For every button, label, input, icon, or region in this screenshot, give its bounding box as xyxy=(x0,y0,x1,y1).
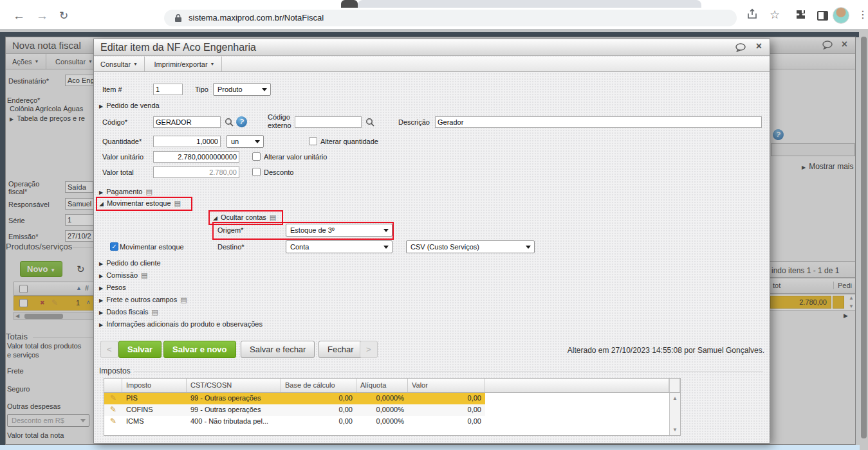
browser-chrome: ← → ↻ sistema.maxiprod.com.br/NotaFiscal… xyxy=(0,0,868,29)
browser-mini-tab[interactable] xyxy=(341,0,358,8)
col-scroll xyxy=(669,379,680,392)
toggle-movimentar-estoque[interactable]: ◢Movimentar estoque▤ xyxy=(99,199,181,208)
toggle-informacoes-adicionais[interactable]: ▶Informações adicionais do produto e obs… xyxy=(99,320,263,328)
cell-base: 0,00 xyxy=(281,404,356,416)
valor-unitario-label: Valor unitário xyxy=(102,153,143,161)
descricao-label: Descrição xyxy=(398,118,430,126)
salvar-e-novo-button[interactable]: Salvar e novo xyxy=(163,341,236,358)
valor-unitario-input[interactable]: 2.780,0000000000 xyxy=(153,151,239,163)
item-num-input[interactable]: 1 xyxy=(153,84,183,95)
cell-valor: 0,00 xyxy=(408,393,485,404)
toggle-frete-outros[interactable]: ▶Frete e outros campos▤ xyxy=(99,296,187,304)
quantidade-input[interactable]: 1,0000 xyxy=(153,136,221,147)
pencil-icon[interactable]: ✎ xyxy=(104,404,122,416)
divider xyxy=(134,372,763,372)
col-aliquota[interactable]: Alíquota xyxy=(356,379,408,392)
alterar-quantidade-checkbox[interactable] xyxy=(309,137,317,145)
dialog-title: Editar item da NF Aco Engenharia xyxy=(100,42,256,53)
extensions-puzzle-icon[interactable] xyxy=(795,9,806,22)
cell-filler xyxy=(485,393,680,404)
toggle-dados-fiscais[interactable]: ▶Dados fiscais▤ xyxy=(99,308,158,316)
chevron-down-icon xyxy=(526,246,531,249)
codigo-label: Código* xyxy=(102,118,127,126)
collapsed-arrow-icon: ▶ xyxy=(99,298,103,303)
cell-base: 0,00 xyxy=(281,416,356,428)
side-panel-icon[interactable] xyxy=(817,11,828,21)
toggle-comissao[interactable]: ▶Comissão▤ xyxy=(99,271,147,280)
pencil-icon[interactable]: ✎ xyxy=(104,416,122,428)
cell-valor: 0,00 xyxy=(408,404,485,416)
toggle-pedido-cliente[interactable]: ▶Pedido do cliente xyxy=(99,259,161,267)
collapsed-arrow-icon: ▶ xyxy=(99,190,103,195)
scroll-down-icon[interactable]: ▼ xyxy=(670,427,680,433)
search-icon[interactable] xyxy=(225,118,234,129)
table-row-icms[interactable]: ✎ ICMS 400 - Não tributada pel... 0,00 0… xyxy=(104,416,680,428)
pencil-icon[interactable]: ✎ xyxy=(104,393,122,404)
address-bar[interactable]: sistema.maxiprod.com.br/NotaFiscal xyxy=(164,10,737,26)
impostos-legend: Impostos xyxy=(99,366,131,375)
product-help-icon[interactable]: ? xyxy=(235,115,248,129)
browser-tab[interactable] xyxy=(358,0,701,8)
salvar-e-fechar-button[interactable]: Salvar e fechar xyxy=(241,341,315,358)
salvar-button[interactable]: Salvar xyxy=(118,341,162,358)
col-valor[interactable]: Valor xyxy=(408,379,485,392)
tipo-select[interactable]: Produto xyxy=(213,83,271,96)
audit-text: Alterado em 27/10/2023 14:55:08 por Samu… xyxy=(568,346,764,355)
menu-imprimir-exportar[interactable]: Imprimir/exportar▼ xyxy=(147,57,221,71)
desconto-label: Desconto xyxy=(264,168,293,176)
cell-aliquota: 0,0000% xyxy=(356,393,408,404)
codigo-externo-input[interactable] xyxy=(295,116,362,128)
codigo-externo-label: Código xyxy=(268,113,290,121)
destino-select[interactable]: Conta xyxy=(286,240,392,253)
valor-total-label: Valor total xyxy=(102,168,134,176)
descricao-input[interactable]: Gerador xyxy=(435,116,762,128)
alterar-valor-unitario-label: Alterar valor unitário xyxy=(264,153,327,161)
alterar-valor-unitario-checkbox[interactable] xyxy=(252,152,261,161)
note-icon: ▤ xyxy=(141,271,147,279)
close-icon[interactable]: × xyxy=(756,40,762,52)
col-base[interactable]: Base de cálculo xyxy=(281,379,356,392)
toggle-pesos[interactable]: ▶Pesos xyxy=(99,284,126,291)
col-imposto[interactable]: Imposto xyxy=(122,379,187,392)
conta-select[interactable]: CSV (Custo Serviços) xyxy=(406,240,535,253)
next-item-button: > xyxy=(360,341,378,358)
movimentar-estoque-checkbox[interactable]: ✓ xyxy=(110,242,118,251)
back-icon[interactable]: ← xyxy=(13,9,25,23)
collapsed-arrow-icon: ▶ xyxy=(99,273,103,279)
note-icon: ▤ xyxy=(174,199,181,207)
fechar-button[interactable]: Fechar xyxy=(319,341,362,358)
menu-consultar[interactable]: Consultar▼ xyxy=(94,57,145,71)
menu-kebab-icon[interactable]: ⋮ xyxy=(858,8,868,21)
table-row-pis[interactable]: ✎ PIS 99 - Outras operações 0,00 0,0000%… xyxy=(104,393,680,404)
toggle-pedido-venda[interactable]: ▶Pedido de venda xyxy=(99,102,160,109)
collapsed-arrow-icon: ▶ xyxy=(99,104,103,109)
unidade-select[interactable]: un xyxy=(226,135,264,148)
origem-select[interactable]: Estoque de 3º xyxy=(286,224,392,237)
collapsed-arrow-icon: ▶ xyxy=(99,310,103,316)
comments-bubble-icon[interactable] xyxy=(735,43,746,55)
desconto-checkbox[interactable] xyxy=(252,168,261,176)
reload-icon[interactable]: ↻ xyxy=(59,9,68,22)
cell-base: 0,00 xyxy=(281,393,356,404)
impostos-vscrollbar[interactable]: ▲ ▼ xyxy=(669,393,680,435)
toggle-ocultar-contas[interactable]: ◢Ocultar contas▤ xyxy=(213,213,276,222)
col-cst[interactable]: CST/CSOSN xyxy=(187,379,281,392)
note-icon: ▤ xyxy=(152,308,158,316)
cell-imposto: PIS xyxy=(122,393,187,404)
forward-icon[interactable]: → xyxy=(36,9,48,23)
profile-avatar[interactable] xyxy=(833,7,849,24)
expanded-arrow-icon: ◢ xyxy=(99,201,104,207)
toggle-pagamento[interactable]: ▶Pagamento▤ xyxy=(99,188,152,196)
valor-total-input[interactable]: 2.780,00 xyxy=(153,166,239,178)
search-icon[interactable] xyxy=(365,118,374,129)
cell-valor: 0,00 xyxy=(408,416,485,428)
cell-imposto: COFINS xyxy=(122,404,187,416)
share-icon[interactable] xyxy=(746,8,758,22)
bookmark-star-icon[interactable]: ☆ xyxy=(770,8,780,22)
table-row-cofins[interactable]: ✎ COFINS 99 - Outras operações 0,00 0,00… xyxy=(104,404,680,416)
tipo-label: Tipo xyxy=(195,86,208,93)
codigo-input[interactable]: GERADOR xyxy=(153,116,221,128)
url-text[interactable]: sistema.maxiprod.com.br/NotaFiscal xyxy=(189,13,324,22)
scroll-up-icon[interactable]: ▲ xyxy=(670,395,680,401)
cell-cst: 99 - Outras operações xyxy=(187,393,281,404)
